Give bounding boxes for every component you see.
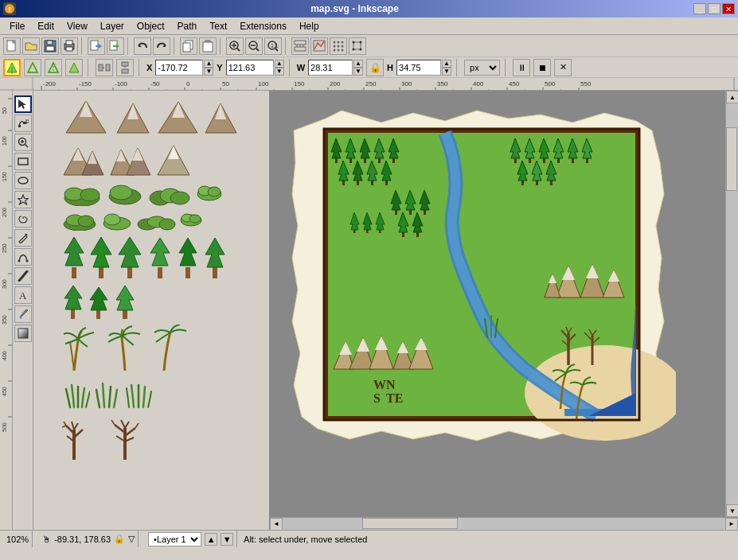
close-button[interactable]: ✕: [722, 3, 735, 14]
paste-button[interactable]: [199, 37, 217, 55]
menu-object[interactable]: Object: [131, 19, 171, 33]
dist-horiz[interactable]: [96, 59, 113, 76]
w-down[interactable]: ▼: [353, 68, 363, 76]
w-input[interactable]: [308, 60, 353, 76]
sprite-tree1[interactable]: [62, 235, 86, 279]
h-input[interactable]: [396, 60, 441, 76]
sprite-tree6[interactable]: [203, 235, 227, 279]
maximize-button[interactable]: □: [708, 3, 720, 14]
sprite-palm2[interactable]: [105, 325, 145, 372]
dist-vert[interactable]: [116, 59, 134, 76]
zoom-in-button[interactable]: [226, 37, 244, 55]
sprite-tree2[interactable]: [89, 235, 113, 279]
sprite-bush8[interactable]: [179, 211, 203, 227]
vertical-scrollbar[interactable]: ▲ ▼: [725, 91, 738, 517]
rect-tool[interactable]: [14, 153, 32, 170]
pencil-tool[interactable]: [14, 229, 32, 247]
calligraphy-tool[interactable]: [14, 267, 32, 285]
sprite-mountain2[interactable]: [113, 97, 153, 137]
h-spinner[interactable]: ▲ ▼: [442, 60, 451, 76]
text-tool[interactable]: A: [14, 286, 32, 304]
hscroll-track[interactable]: [283, 518, 725, 530]
gradient-tool[interactable]: [14, 325, 32, 342]
sprite-bush5[interactable]: [62, 211, 98, 231]
copy-button[interactable]: [180, 37, 197, 55]
sprite-mountain4[interactable]: [203, 97, 239, 137]
y-down[interactable]: ▼: [275, 68, 284, 76]
sprite-mtn-med1[interactable]: [62, 142, 106, 177]
pause-button[interactable]: ⏸: [513, 59, 530, 76]
snap-nodes2[interactable]: [310, 37, 328, 55]
h-down[interactable]: ▼: [442, 68, 451, 76]
sprite-grass3[interactable]: [124, 377, 152, 409]
sprite-dead-tree1[interactable]: [62, 414, 102, 461]
layer-down[interactable]: ▼: [221, 533, 233, 546]
snap-grid[interactable]: [330, 37, 347, 55]
sprite-palm1[interactable]: [62, 325, 102, 372]
ellipse-tool[interactable]: [14, 172, 32, 189]
menu-path[interactable]: Path: [171, 19, 204, 33]
sprite-tree4[interactable]: [147, 235, 173, 279]
sprite-bush3[interactable]: [148, 182, 192, 206]
align-right[interactable]: [65, 59, 83, 76]
x-up[interactable]: ▲: [204, 60, 213, 68]
sprite-bush4[interactable]: [195, 182, 223, 202]
snap-nodes[interactable]: [291, 37, 309, 55]
sprite-tree5[interactable]: [176, 235, 200, 279]
sprite-mtn-med3[interactable]: [156, 142, 192, 177]
x-down[interactable]: ▼: [204, 68, 213, 76]
scroll-down-button[interactable]: ▼: [726, 504, 738, 517]
x-input[interactable]: [155, 60, 203, 76]
zoom-tool[interactable]: [14, 134, 32, 151]
export-button[interactable]: [107, 37, 124, 55]
sprite-bush7[interactable]: [136, 211, 176, 231]
x-spinner[interactable]: ▲ ▼: [204, 60, 213, 76]
menu-file[interactable]: File: [3, 19, 31, 33]
new-button[interactable]: [3, 37, 21, 55]
zoom-fit-button[interactable]: 1:1: [264, 37, 282, 55]
sprite-tree3[interactable]: [116, 235, 144, 279]
sprite-palm3[interactable]: [148, 325, 188, 372]
select-tool[interactable]: [14, 95, 32, 113]
minimize-button[interactable]: _: [693, 3, 706, 14]
sprite-small-tree2[interactable]: [88, 284, 110, 320]
sprite-mountain1[interactable]: [62, 97, 110, 137]
print-button[interactable]: [61, 37, 78, 55]
canvas-scroll[interactable]: W N S TE: [270, 91, 725, 517]
menu-view[interactable]: View: [61, 19, 94, 33]
zoom-out-button[interactable]: [245, 37, 263, 55]
menu-text[interactable]: Text: [203, 19, 233, 33]
scroll-left-button[interactable]: ◄: [270, 518, 283, 531]
stop-button[interactable]: ⏹: [533, 59, 551, 76]
bezier-tool[interactable]: [14, 248, 32, 266]
open-button[interactable]: [22, 37, 40, 55]
sprite-mtn-med2[interactable]: [109, 142, 153, 177]
hscroll-thumb[interactable]: [362, 518, 458, 529]
w-spinner[interactable]: ▲ ▼: [353, 60, 363, 76]
scroll-up-button[interactable]: ▲: [726, 91, 738, 103]
import-button[interactable]: [88, 37, 105, 55]
snap-toggle[interactable]: [3, 59, 21, 76]
layer-select[interactable]: •Layer 1: [148, 532, 201, 546]
sprite-bush1[interactable]: [62, 182, 102, 206]
cancel-button[interactable]: ✕: [554, 59, 572, 76]
node-tool[interactable]: [14, 115, 32, 132]
align-center[interactable]: [45, 59, 62, 76]
sprite-grass2[interactable]: [93, 377, 121, 409]
scroll-track[interactable]: [726, 103, 738, 504]
menu-extensions[interactable]: Extensions: [233, 19, 293, 33]
units-select[interactable]: px mm cm in: [464, 60, 500, 76]
w-up[interactable]: ▲: [353, 60, 363, 68]
star-tool[interactable]: [14, 191, 32, 208]
h-up[interactable]: ▲: [442, 60, 451, 68]
y-up[interactable]: ▲: [275, 60, 284, 68]
y-spinner[interactable]: ▲ ▼: [275, 60, 284, 76]
lock-button[interactable]: 🔒: [366, 59, 384, 76]
dropper-tool[interactable]: [14, 305, 32, 323]
sprite-mountain3[interactable]: [156, 97, 200, 137]
sprite-small-tree1[interactable]: [62, 284, 84, 320]
align-left[interactable]: [24, 59, 41, 76]
undo-button[interactable]: [134, 37, 151, 55]
save-button[interactable]: [41, 37, 59, 55]
redo-button[interactable]: [153, 37, 170, 55]
